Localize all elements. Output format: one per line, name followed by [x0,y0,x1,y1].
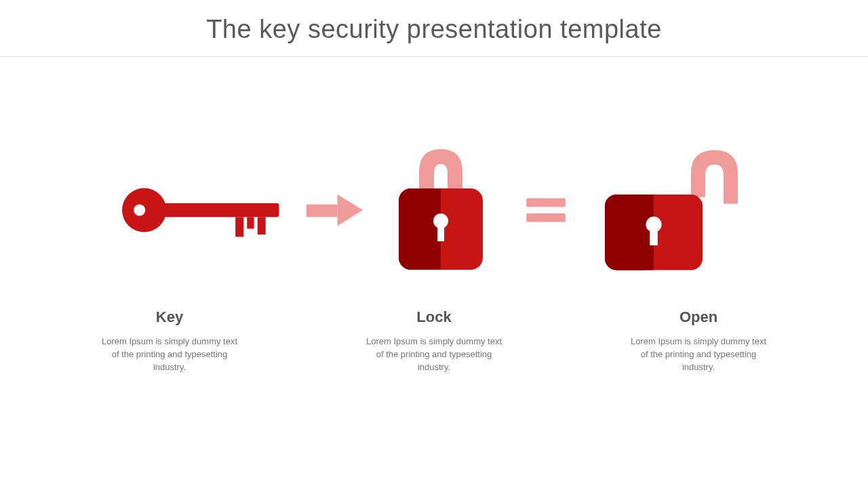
arrow-icon [298,186,373,234]
caption-lock: Lock Lorem Ipsum is simply dummy text of… [353,308,515,374]
captions-row: Key Lorem Ipsum is simply dummy text of … [0,308,868,374]
caption-lock-desc: Lorem Ipsum is simply dummy text of the … [353,336,515,374]
svg-rect-17 [616,195,654,270]
caption-key-label: Key [88,308,251,326]
caption-key-desc: Lorem Ipsum is simply dummy text of the … [88,336,251,374]
lock-icon [373,136,509,285]
svg-marker-7 [338,195,363,226]
caption-open-label: Open [617,308,780,326]
slide: The key security presentation template [0,0,868,488]
svg-rect-6 [307,205,338,217]
svg-rect-12 [437,224,444,241]
svg-point-1 [134,204,145,216]
svg-rect-19 [650,227,658,245]
svg-rect-5 [258,217,266,235]
slide-title: The key security presentation template [0,0,868,56]
key-icon [108,169,298,251]
caption-lock-label: Lock [353,308,515,326]
divider [0,56,868,57]
caption-open-desc: Lorem Ipsum is simply dummy text of the … [617,336,780,374]
svg-rect-13 [526,198,566,207]
svg-rect-14 [526,214,566,222]
svg-rect-3 [235,217,243,237]
open-lock-icon [583,136,760,285]
diagram-row [0,122,868,298]
equals-icon [509,188,583,232]
svg-rect-4 [247,217,254,228]
caption-open: Open Lorem Ipsum is simply dummy text of… [617,308,780,374]
svg-rect-2 [163,203,279,218]
svg-rect-10 [411,188,441,270]
caption-key: Key Lorem Ipsum is simply dummy text of … [88,308,251,374]
